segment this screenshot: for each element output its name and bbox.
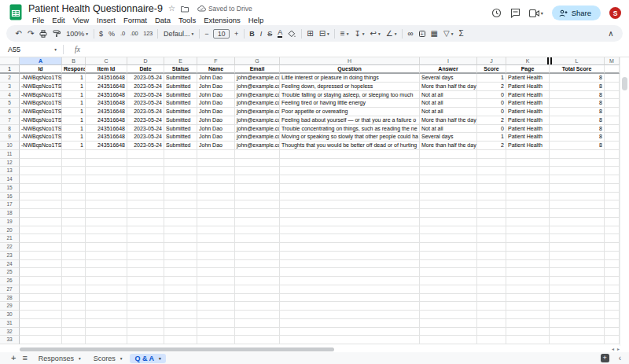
row-header-31[interactable]: 31 — [0, 319, 20, 328]
move-folder-icon[interactable] — [181, 6, 189, 13]
functions-button[interactable]: Σ — [456, 28, 466, 40]
cell-C29[interactable] — [86, 302, 127, 311]
cell-L25[interactable] — [550, 268, 605, 277]
cell-H17[interactable] — [280, 200, 420, 209]
cell-J14[interactable] — [477, 175, 506, 184]
cell-H12[interactable] — [280, 159, 420, 167]
cell-C18[interactable] — [86, 209, 127, 218]
cell-D23[interactable] — [127, 252, 164, 260]
cell-L28[interactable] — [550, 294, 605, 303]
cell-B6[interactable]: 1 — [62, 108, 86, 116]
cell-F33[interactable] — [197, 336, 235, 344]
cell-E4[interactable]: Submitted — [164, 91, 197, 100]
cell-F32[interactable] — [197, 328, 235, 336]
cell-K32[interactable] — [506, 328, 550, 336]
cell-M3[interactable] — [605, 83, 620, 91]
cell-E7[interactable]: Submitted — [164, 116, 197, 125]
cell-E1[interactable]: Status — [164, 65, 197, 74]
cell-D9[interactable]: 2023-05-24 — [127, 133, 164, 142]
cell-M32[interactable] — [605, 328, 620, 336]
cell-L26[interactable] — [550, 277, 605, 285]
cell-D25[interactable] — [127, 268, 164, 277]
cell-H16[interactable] — [280, 193, 420, 201]
cell-E6[interactable]: Submitted — [164, 108, 197, 116]
cell-I26[interactable] — [420, 277, 477, 285]
cell-F4[interactable]: John Dao — [197, 91, 235, 100]
cell-M2[interactable] — [605, 74, 620, 83]
cell-A11[interactable] — [20, 150, 62, 159]
column-header-L[interactable]: L — [550, 57, 605, 65]
cell-B1[interactable]: Response — [62, 65, 86, 74]
version-history-icon[interactable] — [491, 8, 502, 18]
cell-K33[interactable] — [506, 336, 550, 344]
column-header-B[interactable]: B — [62, 57, 86, 65]
cell-K30[interactable] — [506, 311, 550, 319]
cell-L6[interactable]: 8 — [550, 108, 605, 116]
cell-M26[interactable] — [605, 277, 620, 285]
cell-L32[interactable] — [550, 328, 605, 336]
cell-D7[interactable]: 2023-05-24 — [127, 116, 164, 125]
cell-H20[interactable] — [280, 226, 420, 235]
cell-G10[interactable]: john@example.com — [235, 142, 280, 150]
cell-M6[interactable] — [605, 108, 620, 116]
cell-D13[interactable] — [127, 167, 164, 175]
cell-H27[interactable] — [280, 285, 420, 294]
cell-E27[interactable] — [164, 285, 197, 294]
cell-E11[interactable] — [164, 150, 197, 159]
cell-D1[interactable]: Date — [127, 65, 164, 74]
cell-H10[interactable]: Thoughts that you would be better off de… — [280, 142, 420, 150]
cell-D10[interactable]: 2023-05-24 — [127, 142, 164, 150]
format-percent-button[interactable]: % — [106, 28, 118, 40]
cell-K4[interactable]: Patient Health — [506, 91, 550, 100]
cell-C30[interactable] — [86, 311, 127, 319]
cell-H30[interactable] — [280, 311, 420, 319]
cell-B14[interactable] — [62, 175, 86, 184]
cell-A4[interactable]: -NWBqsNco1TS — [20, 91, 62, 100]
cell-J21[interactable] — [477, 234, 506, 243]
paint-format-icon[interactable] — [50, 28, 64, 40]
cell-B12[interactable] — [62, 159, 86, 167]
cell-A24[interactable] — [20, 260, 62, 269]
cell-E33[interactable] — [164, 336, 197, 344]
row-header-14[interactable]: 14 — [0, 175, 20, 184]
cell-H23[interactable] — [280, 252, 420, 260]
cell-G14[interactable] — [235, 175, 280, 184]
cell-I10[interactable]: More than half the day — [420, 142, 477, 150]
cell-G8[interactable]: john@example.com — [235, 125, 280, 134]
cell-A31[interactable] — [20, 319, 62, 328]
cell-J31[interactable] — [477, 319, 506, 328]
cell-C7[interactable]: 243516648 — [86, 116, 127, 125]
cell-K23[interactable] — [506, 252, 550, 260]
cell-L8[interactable]: 8 — [550, 125, 605, 134]
cell-G15[interactable] — [235, 184, 280, 193]
cell-I23[interactable] — [420, 252, 477, 260]
vertical-scrollbar[interactable] — [620, 57, 629, 346]
name-box[interactable]: A55 ▾ — [8, 46, 57, 53]
cell-E9[interactable]: Submitted — [164, 133, 197, 142]
cell-H2[interactable]: Little interest or pleasure in doing thi… — [280, 74, 420, 83]
cell-F15[interactable] — [197, 184, 235, 193]
cell-A1[interactable]: Id — [20, 65, 62, 74]
cell-K21[interactable] — [506, 234, 550, 243]
cell-E23[interactable] — [164, 252, 197, 260]
cell-G4[interactable]: john@example.com — [235, 91, 280, 100]
cell-M11[interactable] — [605, 150, 620, 159]
cell-J16[interactable] — [477, 193, 506, 201]
cell-M21[interactable] — [605, 234, 620, 243]
cell-B27[interactable] — [62, 285, 86, 294]
row-header-11[interactable]: 11 — [0, 150, 20, 159]
cell-I9[interactable]: Several days — [420, 133, 477, 142]
cell-B21[interactable] — [62, 234, 86, 243]
cell-L13[interactable] — [550, 167, 605, 175]
decrease-font-size-button[interactable]: − — [202, 28, 212, 40]
cell-M12[interactable] — [605, 159, 620, 167]
cell-A3[interactable]: -NWBqsNco1TS — [20, 83, 62, 91]
cell-L5[interactable]: 8 — [550, 99, 605, 108]
cell-F23[interactable] — [197, 252, 235, 260]
column-header-I[interactable]: I — [420, 57, 477, 65]
cell-F19[interactable] — [197, 218, 235, 226]
cell-A20[interactable] — [20, 226, 62, 235]
zoom-select[interactable]: 100% ▾ — [64, 28, 91, 40]
cell-A5[interactable]: -NWBqsNco1TS — [20, 99, 62, 108]
cell-K8[interactable]: Patient Health — [506, 125, 550, 134]
